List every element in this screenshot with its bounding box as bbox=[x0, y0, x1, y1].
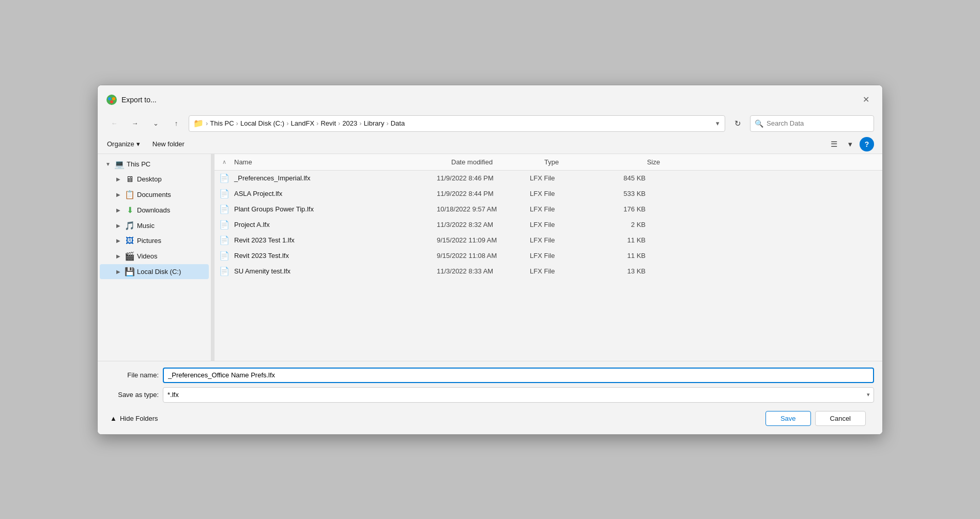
path-data: Data bbox=[391, 119, 405, 127]
path-dropdown-button[interactable]: ▾ bbox=[715, 118, 721, 128]
savetype-label: Save as type: bbox=[106, 391, 163, 399]
sidebar-label-documents: Documents bbox=[137, 191, 171, 199]
filename-input[interactable] bbox=[163, 368, 874, 383]
col-header-size[interactable]: Size bbox=[602, 156, 664, 168]
savetype-row: Save as type: *.lfx ▾ bbox=[106, 387, 874, 403]
file-name: SU Amenity test.lfx bbox=[230, 267, 437, 275]
pictures-icon: 🖼 bbox=[125, 236, 135, 246]
table-row[interactable]: 📄 Plant Groups Power Tip.lfx 10/18/2022 … bbox=[215, 202, 882, 217]
forward-button[interactable]: → bbox=[127, 116, 143, 131]
sidebar: ▼ 💻 This PC ▶ 🖥 Desktop ▶ 📋 Documents ▶ … bbox=[98, 154, 211, 361]
svg-point-1 bbox=[108, 97, 111, 100]
search-icon: 🔍 bbox=[755, 119, 763, 128]
file-icon: 📄 bbox=[215, 235, 230, 245]
file-icon: 📄 bbox=[215, 266, 230, 276]
sidebar-item-local-disk[interactable]: ▶ 💾 Local Disk (C:) bbox=[100, 264, 209, 279]
sidebar-item-this-pc[interactable]: ▼ 💻 This PC bbox=[100, 157, 209, 172]
up-button[interactable]: ↑ bbox=[168, 116, 185, 131]
file-icon: 📄 bbox=[215, 204, 230, 214]
help-button[interactable]: ? bbox=[860, 137, 874, 151]
sidebar-item-pictures[interactable]: ▶ 🖼 Pictures bbox=[100, 234, 209, 248]
sidebar-item-desktop[interactable]: ▶ 🖥 Desktop bbox=[100, 172, 209, 187]
local-disk-icon: 💾 bbox=[125, 267, 135, 277]
sidebar-item-videos[interactable]: ▶ 🎬 Videos bbox=[100, 249, 209, 264]
desktop-icon: 🖥 bbox=[125, 175, 135, 184]
file-size: 11 KB bbox=[592, 236, 654, 244]
organize-button[interactable]: Organize ▾ bbox=[102, 138, 145, 150]
chevron-right-icon: ▶ bbox=[114, 207, 122, 213]
path-revit: Revit bbox=[320, 119, 336, 127]
path-landfx: LandFX bbox=[291, 119, 315, 127]
file-name: Revit 2023 Test.lfx bbox=[230, 252, 437, 260]
app-icon bbox=[106, 94, 117, 105]
chevron-right-icon: ▶ bbox=[114, 176, 122, 182]
table-row[interactable]: 📄 Revit 2023 Test 1.lfx 9/15/2022 11:09 … bbox=[215, 233, 882, 248]
sidebar-label-desktop: Desktop bbox=[137, 175, 162, 183]
file-icon: 📄 bbox=[215, 173, 230, 183]
savetype-wrapper: *.lfx ▾ bbox=[163, 387, 874, 403]
file-size: 845 KB bbox=[592, 174, 654, 182]
file-icon: 📄 bbox=[215, 251, 230, 261]
path-local-disk: Local Disk (C:) bbox=[240, 119, 284, 127]
table-row[interactable]: 📄 Project A.lfx 11/3/2022 8:32 AM LFX Fi… bbox=[215, 217, 882, 233]
sidebar-label-music: Music bbox=[137, 222, 155, 230]
file-name: _Preferences_Imperial.lfx bbox=[230, 174, 437, 182]
hide-folders-chevron-icon: ▲ bbox=[110, 415, 117, 422]
col-header-date[interactable]: Date modified bbox=[447, 156, 540, 168]
file-type: LFX File bbox=[530, 190, 592, 197]
title-bar-left: Export to... bbox=[106, 94, 157, 105]
file-date: 11/9/2022 8:46 PM bbox=[437, 174, 530, 182]
table-row[interactable]: 📄 SU Amenity test.lfx 11/3/2022 8:33 AM … bbox=[215, 264, 882, 279]
hide-folders-label: Hide Folders bbox=[120, 415, 158, 422]
refresh-button[interactable]: ↻ bbox=[729, 116, 746, 131]
search-box: 🔍 bbox=[750, 115, 874, 132]
cancel-button[interactable]: Cancel bbox=[815, 411, 866, 426]
save-button[interactable]: Save bbox=[765, 411, 811, 426]
col-header-type[interactable]: Type bbox=[540, 156, 602, 168]
footer-buttons: Save Cancel bbox=[765, 411, 866, 426]
chevron-right-icon: ▶ bbox=[114, 253, 122, 259]
svg-point-3 bbox=[110, 100, 113, 103]
savetype-select[interactable]: *.lfx bbox=[163, 387, 874, 403]
svg-point-2 bbox=[112, 97, 115, 100]
file-date: 11/9/2022 8:44 PM bbox=[437, 190, 530, 197]
organize-chevron-icon: ▾ bbox=[136, 140, 140, 148]
videos-icon: 🎬 bbox=[125, 251, 135, 261]
sidebar-item-documents[interactable]: ▶ 📋 Documents bbox=[100, 187, 209, 202]
new-folder-button[interactable]: New folder bbox=[147, 138, 190, 150]
main-content: ▼ 💻 This PC ▶ 🖥 Desktop ▶ 📋 Documents ▶ … bbox=[98, 154, 882, 361]
this-pc-icon: 💻 bbox=[114, 159, 125, 169]
table-row[interactable]: 📄 _Preferences_Imperial.lfx 11/9/2022 8:… bbox=[215, 171, 882, 186]
sidebar-label-pictures: Pictures bbox=[137, 237, 161, 245]
chevron-right-icon: ▶ bbox=[114, 238, 122, 243]
table-row[interactable]: 📄 Revit 2023 Test.lfx 9/15/2022 11:08 AM… bbox=[215, 248, 882, 264]
path-this-pc: This PC bbox=[210, 119, 234, 127]
back-button[interactable]: ← bbox=[106, 116, 122, 131]
path-2023: 2023 bbox=[342, 119, 357, 127]
file-size: 13 KB bbox=[592, 267, 654, 275]
search-input[interactable] bbox=[767, 119, 869, 127]
view-toggle-button[interactable]: ☰ bbox=[826, 138, 841, 151]
sidebar-item-music[interactable]: ▶ 🎵 Music bbox=[100, 218, 209, 233]
hide-folders-button[interactable]: ▲ Hide Folders bbox=[106, 413, 162, 424]
file-icon: 📄 bbox=[215, 189, 230, 199]
bottom-section: File name: Save as type: *.lfx ▾ ▲ Hide … bbox=[98, 361, 882, 434]
file-name: Revit 2023 Test 1.lfx bbox=[230, 236, 437, 244]
table-row[interactable]: 📄 ASLA Project.lfx 11/9/2022 8:44 PM LFX… bbox=[215, 186, 882, 202]
recent-locations-button[interactable]: ⌄ bbox=[147, 116, 164, 131]
file-name: ASLA Project.lfx bbox=[230, 190, 437, 197]
toolbar: ← → ⌄ ↑ 📁 › This PC › Local Disk (C:) › … bbox=[98, 112, 882, 135]
close-button[interactable]: ✕ bbox=[858, 91, 874, 108]
file-type: LFX File bbox=[530, 221, 592, 228]
file-type: LFX File bbox=[530, 267, 592, 275]
downloads-icon: ⬇ bbox=[125, 205, 135, 215]
file-type: LFX File bbox=[530, 174, 592, 182]
sidebar-label-downloads: Downloads bbox=[137, 206, 170, 214]
view-dropdown-button[interactable]: ▾ bbox=[843, 138, 858, 151]
file-name: Plant Groups Power Tip.lfx bbox=[230, 205, 437, 213]
sidebar-label-local-disk: Local Disk (C:) bbox=[137, 268, 181, 276]
file-name: Project A.lfx bbox=[230, 221, 437, 228]
sidebar-item-downloads[interactable]: ▶ ⬇ Downloads bbox=[100, 203, 209, 218]
file-header: ∧ Name Date modified Type Size bbox=[215, 154, 882, 171]
col-header-name[interactable]: Name bbox=[230, 156, 447, 168]
